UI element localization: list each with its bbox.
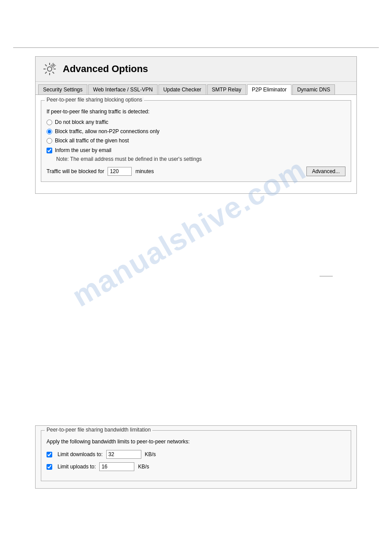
top-divider [13, 47, 379, 48]
radio-block-all-label: Block all traffic of the given host [55, 138, 129, 144]
limit-downloads-input[interactable] [106, 450, 141, 459]
bandwidth-group-box: Peer-to-peer file sharing bandwidth limi… [41, 430, 351, 481]
decorative-line [320, 276, 333, 276]
tab-security-settings[interactable]: Security Settings [38, 84, 87, 94]
limit-downloads-label: Limit downloads to: [58, 451, 103, 457]
svg-line-8 [45, 72, 47, 74]
tab-update-checker[interactable]: Update Checker [158, 84, 206, 94]
limit-downloads-row: Limit downloads to: KB/s [47, 450, 345, 459]
traffic-block-label: Traffic will be blocked for [47, 168, 104, 174]
p2p-blocking-group-title: Peer-to-peer file sharing blocking optio… [45, 97, 144, 103]
radio-block-all-input[interactable] [47, 138, 52, 144]
tabs-row: Security Settings Web Interface / SSL-VP… [36, 82, 356, 95]
bandwidth-description: Apply the following bandwidth limits to … [47, 439, 345, 445]
tab-dynamic-dns[interactable]: Dynamic DNS [292, 84, 335, 94]
main-panel: Advanced Options Security Settings Web I… [35, 56, 357, 194]
radio-do-not-block-label: Do not block any traffic [55, 119, 108, 125]
inform-email-checkbox[interactable] [47, 148, 52, 153]
tab-smtp-relay[interactable]: SMTP Relay [207, 84, 246, 94]
bandwidth-group-title: Peer-to-peer file sharing bandwidth limi… [45, 427, 152, 433]
page-container: Advanced Options Security Settings Web I… [0, 0, 392, 555]
radio-block-all: Block all traffic of the given host [47, 138, 345, 144]
limit-downloads-unit: KB/s [145, 451, 156, 457]
limit-uploads-label: Limit uploads to: [58, 464, 96, 470]
inform-email-option: Inform the user by email [47, 147, 345, 153]
radio-do-not-block-input[interactable] [47, 120, 52, 125]
limit-uploads-checkbox[interactable] [47, 464, 52, 470]
traffic-block-row: Traffic will be blocked for minutes Adva… [47, 167, 345, 176]
tab-content-p2p: Peer-to-peer file sharing blocking optio… [36, 95, 356, 193]
tab-p2p-eliminator[interactable]: P2P Eliminator [247, 84, 291, 95]
limit-uploads-unit: KB/s [138, 464, 149, 470]
p2p-blocking-content: If peer-to-peer file sharing traffic is … [47, 109, 345, 176]
radio-block-traffic-input[interactable] [47, 129, 52, 134]
svg-point-0 [47, 67, 52, 71]
p2p-description: If peer-to-peer file sharing traffic is … [47, 109, 345, 115]
limit-uploads-row: Limit uploads to: KB/s [47, 462, 345, 471]
limit-uploads-input[interactable] [99, 462, 134, 471]
bandwidth-panel: Peer-to-peer file sharing bandwidth limi… [35, 425, 357, 489]
traffic-block-unit: minutes [135, 168, 154, 174]
radio-block-traffic: Block traffic, allow non-P2P connections… [47, 128, 345, 134]
svg-line-5 [45, 65, 47, 66]
advanced-options-icon [42, 61, 58, 77]
panel-header: Advanced Options [36, 57, 356, 82]
svg-line-7 [53, 65, 54, 66]
radio-block-traffic-label: Block traffic, allow non-P2P connections… [55, 128, 159, 134]
inform-email-label: Inform the user by email [55, 147, 111, 153]
tab-web-interface-ssl-vpn[interactable]: Web Interface / SSL-VPN [88, 84, 158, 94]
traffic-block-input[interactable] [108, 167, 132, 176]
advanced-button[interactable]: Advanced... [306, 167, 345, 176]
radio-do-not-block: Do not block any traffic [47, 119, 345, 125]
panel-title: Advanced Options [63, 63, 148, 75]
limit-downloads-checkbox[interactable] [47, 452, 52, 457]
email-note: Note: The email address must be defined … [56, 156, 345, 162]
svg-line-6 [53, 72, 54, 74]
p2p-blocking-group: Peer-to-peer file sharing blocking optio… [41, 100, 351, 182]
